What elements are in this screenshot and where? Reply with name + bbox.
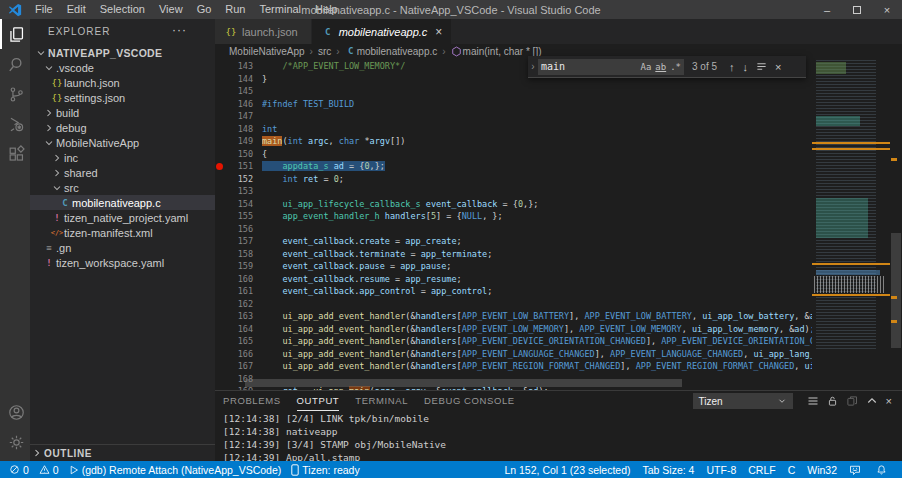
- tab-mobilenativeapp-c[interactable]: Cmobilenativeapp.c×: [312, 19, 452, 44]
- move-panel-button[interactable]: [846, 395, 858, 407]
- vertical-scrollbar-thumb[interactable]: [891, 233, 901, 348]
- status-encoding[interactable]: UTF-8: [700, 461, 742, 478]
- tree-item-tizen-native-project-yaml[interactable]: !tizen_native_project.yaml: [30, 210, 215, 225]
- breadcrumb-mobilenativeapp-c[interactable]: Cmobilenativeapp.c: [345, 46, 438, 57]
- activitybar-run-and-debug[interactable]: [0, 109, 30, 139]
- activitybar-extensions[interactable]: [0, 139, 30, 169]
- activitybar-search[interactable]: [0, 49, 30, 79]
- menu-terminal[interactable]: Terminal: [253, 0, 309, 19]
- status-eol[interactable]: CRLF: [742, 461, 781, 478]
- code-line-161[interactable]: 161 event_callback.app_control = app_con…: [215, 285, 812, 298]
- code-line-156[interactable]: 156: [215, 223, 812, 236]
- code-line-150[interactable]: 150{: [215, 148, 812, 161]
- close-button[interactable]: ×: [872, 0, 902, 19]
- code-line-159[interactable]: 159 event_callback.pause = app_pause;: [215, 260, 812, 273]
- tree-item-mobilenativeapp-c[interactable]: Cmobilenativeapp.c: [30, 195, 215, 210]
- activitybar-settings[interactable]: [0, 427, 30, 457]
- output-log[interactable]: [12:14:38] [2/4] LINK tpk/bin/mobile[12:…: [215, 412, 902, 461]
- lock-scroll-button[interactable]: [827, 395, 838, 407]
- vertical-scrollbar[interactable]: [890, 58, 902, 390]
- code-line-158[interactable]: 158 event_callback.terminate = app_termi…: [215, 248, 812, 261]
- tree-item-build[interactable]: build: [30, 105, 215, 120]
- tree-item-inc[interactable]: inc: [30, 150, 215, 165]
- status-notifications[interactable]: [870, 461, 896, 478]
- output-channel-select[interactable]: Tizen: [693, 393, 793, 409]
- tree-item-tizen-manifest-xml[interactable]: </>tizen-manifest.xml: [30, 225, 215, 240]
- menu-selection[interactable]: Selection: [93, 0, 152, 19]
- code-line-153[interactable]: 153: [215, 185, 812, 198]
- panel-tab-debug-console[interactable]: DEBUG CONSOLE: [424, 391, 515, 411]
- menu-go[interactable]: Go: [190, 0, 219, 19]
- breadcrumb-main-int-char[interactable]: main(int, char * []): [451, 46, 542, 57]
- code-line-149[interactable]: 149main(int argc, char *argv[]): [215, 135, 812, 148]
- status-warnings[interactable]: 0: [34, 461, 64, 478]
- clear-output-button[interactable]: [807, 395, 819, 407]
- match-case-toggle[interactable]: Aa: [640, 62, 651, 72]
- tree-item-shared[interactable]: shared: [30, 165, 215, 180]
- panel-tab-output[interactable]: OUTPUT: [297, 391, 340, 411]
- find-previous-button[interactable]: ↑: [729, 61, 735, 73]
- status-language-mode[interactable]: C: [782, 461, 802, 478]
- tree-item-launch-json[interactable]: {}launch.json: [30, 75, 215, 90]
- status-feedback[interactable]: [843, 461, 870, 478]
- whole-word-toggle[interactable]: ab: [655, 62, 666, 72]
- panel-tab-terminal[interactable]: TERMINAL: [355, 391, 408, 411]
- tree-item-tizen-workspace-yaml[interactable]: !tizen_workspace.yaml: [30, 255, 215, 270]
- find-next-button[interactable]: ↓: [743, 61, 749, 73]
- status-debug-status[interactable]: (gdb) Remote Attach (NativeApp_VSCode): [64, 461, 287, 478]
- breadcrumb-mobilenativeapp[interactable]: MobileNativeApp: [229, 46, 305, 57]
- code-line-147[interactable]: 147: [215, 110, 812, 123]
- code-line-167[interactable]: 167 ui_app_add_event_handler(&handlers[A…: [215, 360, 812, 373]
- code-line-148[interactable]: 148int: [215, 123, 812, 136]
- tree-item-settings-json[interactable]: {}settings.json: [30, 90, 215, 105]
- find-input[interactable]: main Aa ab .*: [538, 59, 684, 75]
- status-platform[interactable]: Win32: [801, 461, 843, 478]
- code-line-163[interactable]: 163 ui_app_add_event_handler(&handlers[A…: [215, 310, 812, 323]
- menu-view[interactable]: View: [152, 0, 190, 19]
- code-line-166[interactable]: 166 ui_app_add_event_handler(&handlers[A…: [215, 348, 812, 361]
- code-line-157[interactable]: 157 event_callback.create = app_create;: [215, 235, 812, 248]
- code-line-151[interactable]: 151 appdata_s ad = {0,};: [215, 160, 812, 173]
- find-toggle-replace-button[interactable]: ›: [528, 56, 538, 77]
- tree-item-vscode[interactable]: .vscode: [30, 60, 215, 75]
- outline-section[interactable]: OUTLINE: [30, 444, 215, 461]
- activitybar-account[interactable]: [0, 397, 30, 427]
- status-cursor-position[interactable]: Ln 152, Col 1 (23 selected): [498, 461, 636, 478]
- explorer-more-actions-button[interactable]: ···: [172, 23, 187, 37]
- code-editor[interactable]: 143 /*APP_EVENT_LOW_MEMORY*/144}145146#i…: [215, 58, 902, 390]
- menu-run[interactable]: Run: [218, 0, 252, 19]
- status-tizen-status[interactable]: Tizen: ready: [286, 461, 364, 478]
- code-line-162[interactable]: 162: [215, 298, 812, 311]
- tree-item-debug[interactable]: debug: [30, 120, 215, 135]
- breakpoint-icon[interactable]: [215, 163, 223, 170]
- status-errors[interactable]: 0: [4, 461, 34, 478]
- horizontal-scrollbar-thumb[interactable]: [245, 379, 682, 387]
- code-line-154[interactable]: 154 ui_app_lifecycle_callback_s event_ca…: [215, 198, 812, 211]
- status-tab-size[interactable]: Tab Size: 4: [637, 461, 701, 478]
- code-line-160[interactable]: 160 event_callback.resume = app_resume;: [215, 273, 812, 286]
- find-in-selection-button[interactable]: [756, 61, 767, 72]
- maximize-panel-button[interactable]: [866, 395, 878, 407]
- code-line-165[interactable]: 165 ui_app_add_event_handler(&handlers[A…: [215, 335, 812, 348]
- regex-toggle[interactable]: .*: [670, 62, 681, 72]
- tree-item-mobilenativeapp[interactable]: MobileNativeApp: [30, 135, 215, 150]
- code-line-155[interactable]: 155 app_event_handler_h handlers[5] = {N…: [215, 210, 812, 223]
- code-line-152[interactable]: 152 int ret = 0;: [215, 173, 812, 186]
- tree-item-gn[interactable]: ≡.gn: [30, 240, 215, 255]
- minimap[interactable]: [812, 58, 890, 390]
- panel-tab-problems[interactable]: PROBLEMS: [223, 391, 281, 411]
- minimize-button[interactable]: –: [812, 0, 842, 19]
- tab-close-icon[interactable]: ×: [435, 25, 442, 39]
- close-panel-button[interactable]: ×: [886, 395, 892, 407]
- tree-item-nativeapp-vscode[interactable]: NATIVEAPP_VSCODE: [30, 45, 215, 60]
- activitybar-source-control[interactable]: [0, 79, 30, 109]
- code-line-146[interactable]: 146#ifndef TEST_BUILD: [215, 98, 812, 111]
- tab-launch-json[interactable]: {}launch.json: [215, 19, 311, 44]
- menu-edit[interactable]: Edit: [60, 0, 93, 19]
- find-close-button[interactable]: ×: [775, 61, 781, 73]
- breadcrumb-src[interactable]: src: [318, 46, 331, 57]
- menu-file[interactable]: File: [28, 0, 60, 19]
- tree-item-src[interactable]: src: [30, 180, 215, 195]
- code-line-145[interactable]: 145: [215, 85, 812, 98]
- activitybar-explorer[interactable]: [0, 19, 30, 49]
